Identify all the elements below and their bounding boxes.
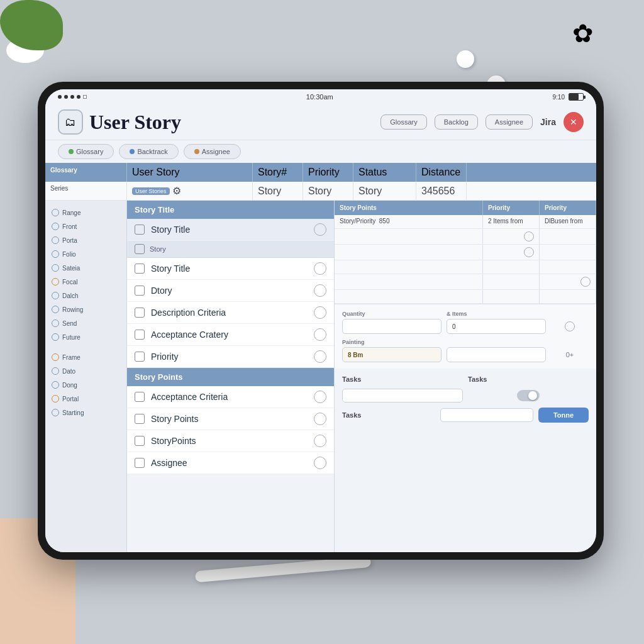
- checklist-item-sp[interactable]: Story Points: [127, 408, 334, 430]
- checklist-item-dtory[interactable]: Dtory: [127, 280, 334, 302]
- sidebar-item-frame[interactable]: Frame: [45, 350, 126, 364]
- circle-btn-1[interactable]: [314, 223, 326, 236]
- sidebar-item-focal[interactable]: Focal: [45, 275, 126, 289]
- signal-dot: [64, 95, 68, 99]
- sidebar-item-send[interactable]: Send: [45, 316, 126, 330]
- circle-toggle-2[interactable]: [524, 247, 534, 257]
- circle-toggle-3[interactable]: [580, 277, 591, 287]
- sidebar-label: Sateia: [62, 265, 80, 272]
- sidebar-item-dong[interactable]: Dong: [45, 378, 126, 392]
- sidebar-spacer: [45, 344, 126, 350]
- glossary-button[interactable]: Glossary: [380, 114, 426, 130]
- circle-toggle-1[interactable]: [524, 231, 534, 242]
- circle-btn-2[interactable]: [314, 262, 326, 275]
- checkbox-dtory[interactable]: [135, 286, 145, 296]
- close-button[interactable]: ✕: [564, 112, 584, 132]
- tasks-bottom-input[interactable]: [440, 408, 533, 422]
- items-label: & Items: [447, 311, 546, 317]
- checkbox-desc[interactable]: [135, 308, 145, 318]
- task-input-1[interactable]: [342, 389, 463, 402]
- checkbox-shortpts[interactable]: [135, 436, 145, 446]
- right-table-row-2: [335, 229, 596, 245]
- checkbox-priority[interactable]: [135, 352, 145, 362]
- sidebar-label: Dato: [62, 368, 75, 375]
- sidebar-item-front[interactable]: Front: [45, 219, 126, 233]
- checklist-item-priority[interactable]: Priority: [127, 346, 334, 368]
- sidebar-item-future[interactable]: Future: [45, 330, 126, 344]
- painting-input[interactable]: [342, 347, 441, 362]
- checkbox-acceptance[interactable]: [135, 330, 145, 340]
- circle-btn-6[interactable]: [314, 350, 326, 363]
- sidebar-item-rowing[interactable]: Rowing: [45, 303, 126, 316]
- circle-btn-8[interactable]: [314, 413, 326, 425]
- checklist-item-desc[interactable]: Description Criteria: [127, 302, 334, 324]
- checkbox-sub[interactable]: [135, 244, 145, 254]
- checkbox-ac[interactable]: [135, 392, 145, 402]
- tab-glossary[interactable]: Glossary: [58, 144, 114, 159]
- checkbox-story-title-1[interactable]: [135, 225, 145, 235]
- checklist-item-story-title-2[interactable]: Story Title: [127, 258, 334, 280]
- assignee-button[interactable]: Assignee: [486, 114, 533, 130]
- rtd-1-2: 2 Items from: [483, 215, 540, 228]
- sidebar-item-sateia[interactable]: Sateia: [45, 261, 126, 275]
- story-input-row: Story: [127, 241, 334, 258]
- detail-toggle[interactable]: [565, 321, 575, 331]
- right-table-row-4: [335, 260, 596, 274]
- checkbox-assignee[interactable]: [135, 458, 145, 468]
- tab-backtrack[interactable]: Backtrack: [119, 144, 178, 159]
- th-status: Status: [353, 163, 416, 182]
- sidebar-icon: [52, 367, 59, 375]
- checklist-item-story-title-1[interactable]: Story Title: [127, 219, 334, 241]
- sidebar-item-folio[interactable]: Folio: [45, 247, 126, 261]
- app-icon-symbol: 🗂: [65, 116, 76, 129]
- task-toggle-wrapper: [468, 390, 589, 401]
- circle-btn-7[interactable]: [314, 391, 326, 403]
- sidebar-label: Rowing: [62, 306, 83, 313]
- sidebar-item-starting[interactable]: Starting: [45, 406, 126, 419]
- label-assignee: Assignee: [151, 458, 308, 468]
- status-bar: 10:30am 9:10: [45, 89, 596, 104]
- tab-backtrack-label: Backtrack: [137, 148, 167, 155]
- app-icon: 🗂: [58, 109, 83, 135]
- form-group-plus: 0+: [551, 339, 589, 362]
- form-group-items: & Items: [447, 311, 546, 334]
- detail-form: Quantity & Items: [335, 304, 596, 369]
- circle-btn-5[interactable]: [314, 328, 326, 341]
- items-input[interactable]: [447, 319, 546, 334]
- rtd-2-3: [540, 229, 596, 244]
- rtd-5-1: [335, 274, 483, 289]
- circle-btn-10[interactable]: [314, 457, 326, 469]
- rtd-2-2: [483, 229, 540, 244]
- circle-btn-9[interactable]: [314, 435, 326, 447]
- checkbox-2[interactable]: [135, 264, 145, 274]
- checklist-item-shortpts[interactable]: StoryPoints: [127, 430, 334, 452]
- backlog-button[interactable]: Backlog: [435, 114, 478, 130]
- circle-btn-3[interactable]: [314, 284, 326, 297]
- empty-label2: [447, 339, 546, 345]
- label-acceptance: Acceptance Cratery: [151, 330, 308, 340]
- sidebar-item-porta[interactable]: Porta: [45, 233, 126, 247]
- toggle-track[interactable]: [517, 390, 540, 401]
- sidebar-item-dalch[interactable]: Dalch: [45, 289, 126, 303]
- sidebar-icon: [52, 236, 59, 244]
- sidebar-item-range[interactable]: Range: [45, 206, 126, 219]
- checklist-item-assignee[interactable]: Assignee: [127, 452, 334, 474]
- sidebar-label: Frame: [62, 354, 80, 361]
- empty-label: [551, 311, 589, 317]
- sidebar-item-portal[interactable]: Portal: [45, 392, 126, 406]
- circle-btn-4[interactable]: [314, 306, 326, 319]
- checklist-item-ac[interactable]: Acceptance Criteria: [127, 386, 334, 408]
- empty-input2[interactable]: [447, 347, 546, 362]
- tab-assignee[interactable]: Assignee: [184, 144, 241, 159]
- sidebar-item-dato[interactable]: Dato: [45, 364, 126, 378]
- rtd-4-1: [335, 260, 483, 274]
- checklist-item-acceptance[interactable]: Acceptance Cratery: [127, 324, 334, 346]
- quantity-input[interactable]: [342, 319, 441, 334]
- story-points-section-header: Story Points: [127, 368, 334, 386]
- tonne-button[interactable]: Tonne: [538, 408, 589, 423]
- sidebar-icon: [52, 381, 59, 389]
- story-section-title: Story Title: [135, 205, 174, 214]
- checkbox-sp[interactable]: [135, 414, 145, 424]
- sidebar-icon: [52, 409, 59, 416]
- rtd-6-1: [335, 290, 483, 303]
